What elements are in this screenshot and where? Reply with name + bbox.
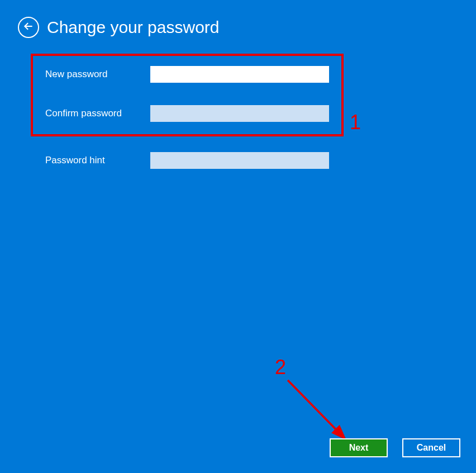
- confirm-password-input[interactable]: [150, 105, 329, 122]
- confirm-password-label: Confirm password: [45, 108, 150, 119]
- password-hint-input[interactable]: [150, 152, 329, 169]
- annotation-number-2: 2: [275, 356, 286, 379]
- new-password-input[interactable]: [150, 66, 329, 83]
- annotation-highlight-box: New password Confirm password: [31, 54, 344, 136]
- svg-line-2: [288, 380, 344, 437]
- cancel-button-label: Cancel: [417, 443, 446, 453]
- cancel-button[interactable]: Cancel: [402, 438, 460, 457]
- password-form: New password Confirm password Password h…: [0, 54, 476, 169]
- page-title: Change your password: [47, 18, 220, 37]
- password-hint-label: Password hint: [45, 155, 150, 166]
- new-password-label: New password: [45, 69, 150, 80]
- next-button-label: Next: [349, 443, 369, 453]
- arrow-left-icon: [23, 21, 34, 34]
- back-button[interactable]: [18, 17, 39, 38]
- annotation-number-1: 1: [350, 111, 361, 134]
- button-bar: Next Cancel: [330, 438, 460, 457]
- next-button[interactable]: Next: [330, 438, 388, 457]
